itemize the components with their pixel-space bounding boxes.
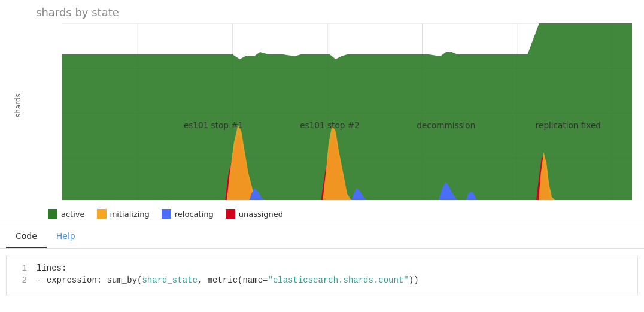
y-axis-label: shards: [14, 93, 22, 117]
legend-label-active: active: [61, 210, 85, 219]
code-content-2: - expression: sum_by(shard_state, metric…: [37, 275, 419, 285]
legend-swatch-initializing: [97, 209, 107, 219]
svg-rect-36: [48, 209, 57, 219]
chart-area: 0 50 100 150 13:30 14:00 14:30 15:00 15:…: [62, 23, 632, 203]
legend: active initializing relocating unassigne…: [0, 203, 644, 225]
chart-title[interactable]: shards by state: [36, 6, 119, 19]
code-content-1: lines:: [37, 263, 66, 273]
code-line-2: 2 - expression: sum_by(shard_state, metr…: [19, 275, 625, 285]
svg-rect-37: [97, 209, 107, 219]
tab-code[interactable]: Code: [6, 225, 47, 248]
svg-rect-38: [162, 209, 171, 219]
legend-unassigned: unassigned: [226, 209, 283, 219]
legend-relocating: relocating: [162, 209, 214, 219]
chart-container: shards by state shards: [0, 0, 644, 203]
legend-active: active: [48, 209, 85, 219]
svg-rect-39: [226, 209, 235, 219]
legend-swatch-unassigned: [226, 209, 235, 219]
code-section: 1 lines: 2 - expression: sum_by(shard_st…: [6, 255, 638, 296]
svg-text:es101 stop #1: es101 stop #1: [184, 120, 243, 130]
legend-label-initializing: initializing: [110, 210, 150, 219]
svg-text:es101 stop #2: es101 stop #2: [300, 120, 359, 130]
svg-text:replication fixed: replication fixed: [536, 120, 601, 130]
legend-initializing: initializing: [97, 209, 150, 219]
legend-label-relocating: relocating: [175, 210, 214, 219]
line-num-1: 1: [19, 263, 27, 273]
svg-text:decommission: decommission: [417, 120, 475, 130]
legend-swatch-relocating: [162, 209, 171, 219]
tabs-bar: Code Help: [0, 225, 644, 249]
chart-svg: 0 50 100 150 13:30 14:00 14:30 15:00 15:…: [62, 23, 632, 203]
line-num-2: 2: [19, 275, 27, 285]
legend-swatch-active: [48, 209, 57, 219]
code-line-1: 1 lines:: [19, 263, 625, 273]
tab-help[interactable]: Help: [47, 225, 85, 248]
legend-label-unassigned: unassigned: [239, 210, 283, 219]
